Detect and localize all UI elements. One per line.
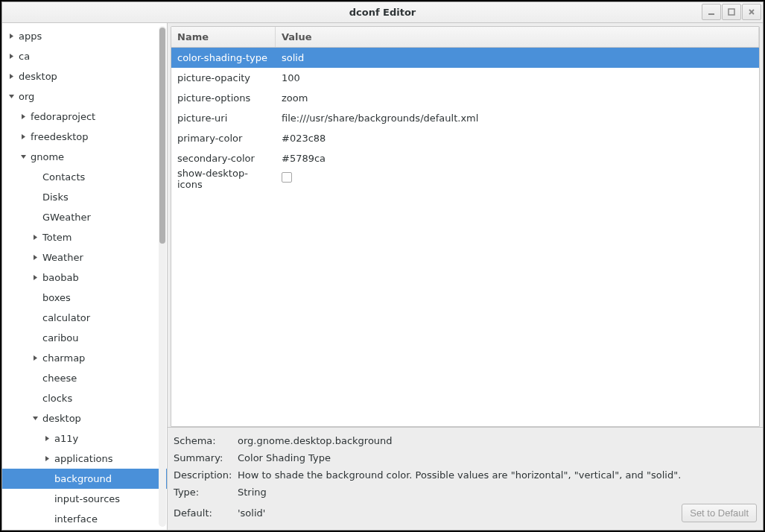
table-row[interactable]: picture-urifile:///usr/share/backgrounds… <box>171 108 759 128</box>
svg-rect-0 <box>708 13 714 15</box>
table-row[interactable]: picture-opacity100 <box>171 68 759 88</box>
tree-item-label: org <box>19 91 34 102</box>
chevron-right-icon[interactable] <box>7 52 16 61</box>
tree-item-gnome[interactable]: gnome <box>2 147 167 167</box>
tree-item-totem[interactable]: Totem <box>2 227 167 247</box>
default-value: 'solid' <box>238 507 682 519</box>
set-to-default-button[interactable]: Set to Default <box>682 504 757 522</box>
tree-item-label: Totem <box>42 232 72 243</box>
tree-item-org[interactable]: org <box>2 86 167 107</box>
tree-item-cheese[interactable]: cheese <box>2 368 167 388</box>
tree-item-contacts[interactable]: Contacts <box>2 167 167 187</box>
chevron-down-icon[interactable] <box>7 92 16 101</box>
titlebar[interactable]: dconf Editor <box>2 2 763 23</box>
tree-item-gweather[interactable]: GWeather <box>2 207 167 227</box>
table-row[interactable]: primary-color#023c88 <box>171 128 759 148</box>
tree-item-fedoraproject[interactable]: fedoraproject <box>2 107 167 127</box>
tree-item-ca[interactable]: ca <box>2 46 167 66</box>
close-button[interactable] <box>742 4 761 20</box>
tree-item-label: Disks <box>42 191 69 203</box>
chevron-right-icon[interactable] <box>42 455 51 463</box>
detail-panel: Schema: org.gnome.desktop.background Sum… <box>168 427 763 530</box>
tree-item-label: Weather <box>42 252 83 263</box>
table-row[interactable]: picture-optionszoom <box>171 88 759 108</box>
chevron-down-icon[interactable] <box>19 153 28 162</box>
sidebar-scrollbar-thumb[interactable] <box>159 28 165 244</box>
chevron-right-icon[interactable] <box>7 32 16 41</box>
tree-item-label: a11y <box>54 433 78 444</box>
key-value: 100 <box>276 72 759 83</box>
tree-item-charmap[interactable]: charmap <box>2 348 167 368</box>
table-row[interactable]: show-desktop-icons <box>171 168 759 189</box>
key-name: show-desktop-icons <box>171 168 276 190</box>
table-row[interactable]: color-shading-typesolid <box>171 48 759 68</box>
table-row[interactable]: secondary-color#5789ca <box>171 148 759 168</box>
type-value: String <box>238 487 757 498</box>
tree-item-label: boxes <box>42 292 71 303</box>
tree-item-boxes[interactable]: boxes <box>2 288 167 308</box>
checkbox[interactable] <box>282 172 292 183</box>
tree-item-clocks[interactable]: clocks <box>2 388 167 408</box>
chevron-right-icon[interactable] <box>19 113 28 121</box>
chevron-right-icon[interactable] <box>31 233 39 242</box>
tree-item-freedesktop[interactable]: freedesktop <box>2 127 167 147</box>
tree-item-label: desktop <box>19 71 57 82</box>
description-value: How to shade the background color. Possi… <box>238 469 757 481</box>
key-name: primary-color <box>171 133 276 144</box>
maximize-icon <box>728 8 735 16</box>
tree-item-desktop[interactable]: desktop <box>2 66 167 86</box>
sidebar-scrollbar[interactable] <box>159 26 166 527</box>
tree-item-label: clocks <box>42 393 72 404</box>
chevron-right-icon[interactable] <box>31 253 39 262</box>
key-name: picture-options <box>171 92 276 104</box>
column-header-name[interactable]: Name <box>171 27 276 47</box>
tree-item-label: cheese <box>42 373 77 384</box>
description-label: Description: <box>174 469 238 481</box>
chevron-right-icon[interactable] <box>31 354 39 363</box>
key-value: #023c88 <box>276 133 759 144</box>
chevron-down-icon[interactable] <box>31 414 39 423</box>
tree-item-label: interface <box>54 513 98 525</box>
schema-tree-sidebar[interactable]: appscadesktoporgfedoraprojectfreedesktop… <box>2 23 168 530</box>
chevron-right-icon[interactable] <box>42 434 51 443</box>
maximize-button[interactable] <box>722 4 741 20</box>
key-name: color-shading-type <box>171 52 276 63</box>
tree-item-disks[interactable]: Disks <box>2 187 167 207</box>
right-pane: Name Value color-shading-typesolidpictur… <box>168 23 763 530</box>
tree-item-apps[interactable]: apps <box>2 26 167 46</box>
tree-item-label: Contacts <box>42 171 85 183</box>
chevron-right-icon[interactable] <box>7 72 16 81</box>
tree-item-weather[interactable]: Weather <box>2 247 167 267</box>
tree-item-a11y[interactable]: a11y <box>2 428 167 449</box>
content-area: appscadesktoporgfedoraprojectfreedesktop… <box>2 23 763 530</box>
key-name: secondary-color <box>171 153 276 164</box>
key-name: picture-opacity <box>171 72 276 83</box>
tree-item-caribou[interactable]: caribou <box>2 328 167 348</box>
tree-item-label: fedoraproject <box>31 111 95 122</box>
minimize-icon <box>708 8 715 16</box>
tree-item-desktop[interactable]: desktop <box>2 408 167 428</box>
tree-item-label: baobab <box>42 272 79 283</box>
schema-tree: appscadesktoporgfedoraprojectfreedesktop… <box>2 26 167 529</box>
tree-item-label: applications <box>54 453 112 464</box>
tree-item-applications[interactable]: applications <box>2 449 167 469</box>
close-icon <box>748 8 755 16</box>
chevron-right-icon[interactable] <box>31 273 39 282</box>
svg-rect-1 <box>729 9 734 15</box>
tree-item-interface[interactable]: interface <box>2 509 167 529</box>
tree-item-input-sources[interactable]: input-sources <box>2 489 167 509</box>
type-label: Type: <box>174 487 238 498</box>
tree-item-background[interactable]: background <box>2 469 167 489</box>
table-body[interactable]: color-shading-typesolidpicture-opacity10… <box>171 48 759 426</box>
minimize-button[interactable] <box>702 4 721 20</box>
tree-item-label: background <box>54 473 112 484</box>
chevron-right-icon[interactable] <box>19 133 28 142</box>
tree-item-calculator[interactable]: calculator <box>2 308 167 328</box>
tree-item-label: charmap <box>42 352 85 364</box>
tree-item-label: input-sources <box>54 493 120 504</box>
key-value: #5789ca <box>276 153 759 164</box>
key-value: solid <box>276 52 759 63</box>
tree-item-baobab[interactable]: baobab <box>2 267 167 288</box>
default-label: Default: <box>174 507 238 519</box>
column-header-value[interactable]: Value <box>276 27 759 47</box>
